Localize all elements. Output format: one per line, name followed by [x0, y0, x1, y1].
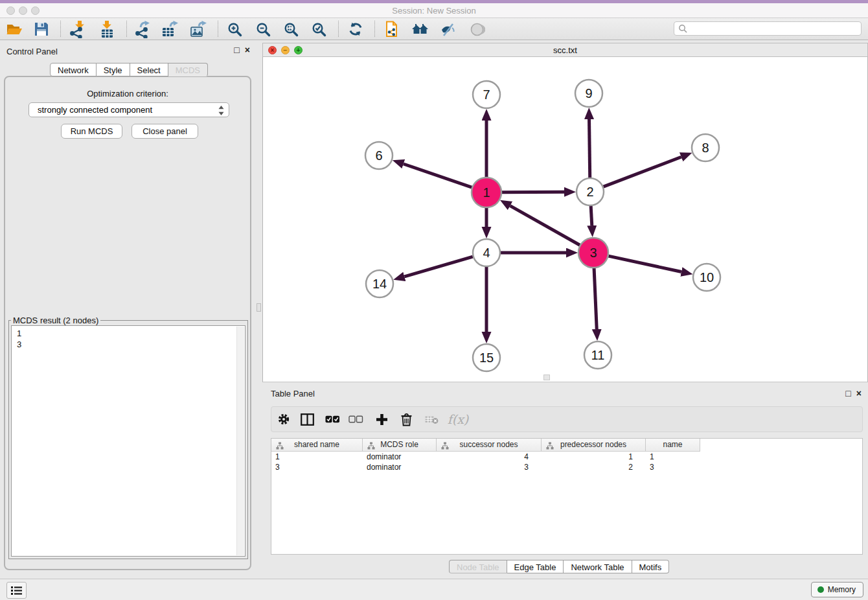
splitter-grip[interactable]: [257, 303, 261, 312]
task-history-button[interactable]: [6, 582, 27, 599]
export-table-icon[interactable]: [160, 20, 179, 38]
cell-successor-nodes[interactable]: 3: [437, 462, 542, 472]
refresh-view-icon[interactable]: [346, 20, 365, 38]
tab-edge-table[interactable]: Edge Table: [507, 560, 564, 573]
deselect-all-icon[interactable]: [348, 407, 363, 432]
graph-node-label: 14: [372, 277, 387, 291]
network-window-title: scc.txt: [263, 45, 867, 55]
cell-mcds-role[interactable]: dominator: [363, 452, 437, 462]
tab-mcds[interactable]: MCDS: [168, 63, 208, 76]
panel-splitter[interactable]: [255, 40, 262, 579]
network-graph[interactable]: 7968124314101511: [263, 57, 867, 382]
graph-node-label: 7: [483, 87, 490, 102]
preview-orb-icon[interactable]: [467, 20, 486, 38]
export-image-icon[interactable]: [188, 20, 208, 38]
fx-label: f(x): [448, 412, 469, 426]
column-header-mcds-role[interactable]: MCDS role: [363, 439, 437, 451]
cell-successor-nodes[interactable]: 4: [437, 452, 542, 462]
cell-predecessor-nodes[interactable]: 2: [542, 462, 646, 472]
control-panel: Control Panel □ × Network Style Select M…: [0, 40, 255, 579]
toolbar-separator: [374, 21, 375, 37]
delete-column-icon[interactable]: [399, 407, 413, 432]
toolbar-separator: [60, 21, 61, 37]
import-network-icon[interactable]: [67, 20, 86, 38]
status-bar: Memory: [0, 579, 868, 600]
canvas-resize-grip[interactable]: [543, 375, 550, 380]
network-canvas[interactable]: 7968124314101511: [262, 57, 868, 382]
table-row[interactable]: 3 dominator 3 2 3: [271, 462, 700, 472]
cell-mcds-role[interactable]: dominator: [363, 462, 437, 472]
cell-name[interactable]: 3: [646, 462, 700, 472]
graph-edge-3-10[interactable]: [608, 256, 681, 271]
cell-shared-name[interactable]: 1: [271, 452, 363, 462]
task-list-icon: [10, 585, 23, 596]
select-all-icon[interactable]: [325, 407, 340, 432]
column-header-shared-name[interactable]: shared name: [271, 439, 363, 451]
graph-node-label: 3: [589, 246, 597, 260]
graph-node-label: 8: [702, 141, 709, 155]
tab-node-table[interactable]: Node Table: [449, 560, 507, 573]
window-titlebar: Session: New Session: [0, 3, 868, 18]
graph-node-label: 9: [585, 86, 592, 100]
cell-name[interactable]: 1: [646, 452, 700, 462]
search-input[interactable]: [690, 23, 860, 36]
settings-gear-icon[interactable]: [277, 407, 291, 432]
save-session-icon[interactable]: [32, 20, 51, 38]
column-header-name[interactable]: name: [646, 439, 700, 451]
network-window-titlebar[interactable]: × − + scc.txt: [262, 43, 868, 57]
graph-node-label: 6: [375, 148, 382, 163]
graph-edge-1-2[interactable]: [502, 192, 564, 192]
split-view-icon[interactable]: [299, 407, 315, 432]
float-panel-icon[interactable]: □: [234, 45, 239, 54]
zoom-in-icon[interactable]: [225, 20, 244, 38]
tab-select[interactable]: Select: [130, 63, 168, 76]
tab-style[interactable]: Style: [97, 63, 130, 76]
open-file-icon[interactable]: [5, 20, 24, 38]
search-box: [674, 21, 862, 36]
float-table-panel-icon[interactable]: □: [845, 389, 851, 398]
delete-table-icon[interactable]: [424, 407, 439, 432]
cell-predecessor-nodes[interactable]: 1: [542, 452, 646, 462]
graph-edge-2-3[interactable]: [591, 206, 592, 225]
table-toolbar: f(x): [271, 406, 863, 432]
graph-edge-1-6[interactable]: [404, 164, 472, 187]
graph-edge-4-14[interactable]: [404, 257, 472, 277]
add-column-icon[interactable]: [374, 407, 389, 432]
search-icon: [678, 24, 688, 36]
export-network-icon[interactable]: [132, 20, 152, 38]
graph-node-label: 1: [483, 185, 490, 200]
table-panel-title: Table Panel: [271, 389, 315, 398]
zoom-selected-icon[interactable]: [309, 20, 328, 38]
memory-button[interactable]: Memory: [811, 582, 863, 597]
toolbar-separator: [338, 21, 339, 37]
eye-slash-icon[interactable]: [438, 20, 457, 38]
graph-node-label: 10: [700, 270, 714, 284]
column-header-successor-nodes[interactable]: successor nodes: [437, 439, 542, 451]
tab-motifs[interactable]: Motifs: [632, 560, 670, 573]
network-overview-icon[interactable]: [410, 20, 429, 38]
duplicate-network-icon[interactable]: [382, 20, 402, 38]
toolbar-separator: [126, 21, 127, 37]
table-panel: Table Panel □ ×: [262, 386, 868, 579]
graph-edge-2-9[interactable]: [589, 119, 590, 178]
graph-edge-3-1[interactable]: [510, 206, 580, 246]
tab-network-table[interactable]: Network Table: [564, 560, 632, 573]
zoom-fit-icon[interactable]: [281, 20, 301, 38]
graph-edge-3-11[interactable]: [594, 268, 597, 329]
graph-node-label: 15: [479, 351, 494, 365]
toolbar-separator: [218, 21, 218, 37]
node-table: shared name MCDS role successor nodes pr…: [271, 438, 863, 555]
graph-node-label: 2: [586, 185, 593, 199]
control-panel-tabs: Network Style Select MCDS: [50, 63, 208, 76]
graph-edge-2-8[interactable]: [604, 157, 681, 187]
close-panel-icon[interactable]: ×: [245, 45, 250, 54]
cell-shared-name[interactable]: 3: [271, 462, 363, 472]
column-header-predecessor-nodes[interactable]: predecessor nodes: [542, 439, 646, 451]
zoom-out-icon[interactable]: [253, 20, 273, 38]
import-table-icon[interactable]: [97, 20, 117, 38]
close-table-panel-icon[interactable]: ×: [856, 389, 862, 398]
tab-network[interactable]: Network: [50, 63, 97, 76]
table-row[interactable]: 1 dominator 4 1 1: [271, 452, 700, 462]
function-builder-icon[interactable]: f(x): [446, 407, 470, 432]
application-window: Session: New Session: [0, 0, 868, 600]
